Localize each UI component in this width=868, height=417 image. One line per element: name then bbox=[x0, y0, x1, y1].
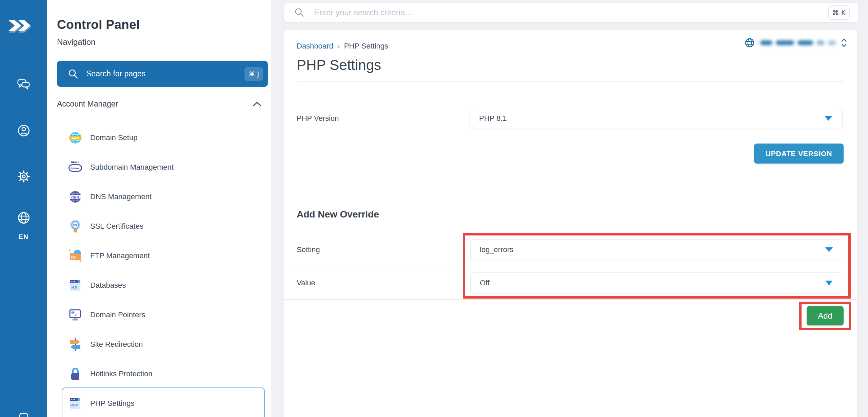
row-divider bbox=[284, 299, 857, 300]
content-card: Dashboard › PHP Settings bbox=[284, 30, 857, 417]
ssl-icon: SSL bbox=[68, 219, 83, 234]
sidebar-item-label: FTP Management bbox=[90, 251, 150, 260]
global-search-input[interactable] bbox=[314, 8, 828, 17]
domain-setup-icon: www bbox=[68, 130, 83, 145]
globe-icon[interactable] bbox=[17, 211, 31, 225]
chat-icon[interactable] bbox=[17, 78, 31, 92]
sidebar-item-label: Domain Pointers bbox=[90, 310, 145, 319]
sidebar-item-dns-management[interactable]: DNS DNS Management bbox=[47, 182, 271, 211]
sidebar-item-domain-pointers[interactable]: Domain Pointers bbox=[47, 300, 271, 329]
chevron-down-icon bbox=[825, 247, 833, 252]
sidebar-item-label: Hotlinks Protection bbox=[90, 369, 152, 378]
sidebar-item-subdomain-management[interactable]: //www. Subdomain Management bbox=[47, 152, 271, 182]
setting-dropdown[interactable]: log_errors bbox=[470, 239, 843, 260]
shortcut-badge-j: ⌘ J bbox=[244, 67, 263, 81]
breadcrumb-current: PHP Settings bbox=[344, 42, 388, 51]
directadmin-logo[interactable] bbox=[6, 14, 40, 38]
sidebar-item-ftp-management[interactable]: FTP FTP Management bbox=[47, 241, 271, 270]
sidebar-item-label: DNS Management bbox=[90, 192, 152, 201]
sidebar-item-label: Site Redirection bbox=[90, 340, 143, 349]
sidebar-item-label: SSL Certificates bbox=[90, 222, 143, 231]
globe-icon bbox=[745, 38, 755, 48]
global-search-bar: ⌘ K bbox=[284, 3, 859, 22]
section-account-manager[interactable]: Account Manager bbox=[57, 99, 261, 109]
sidebar-item-ssl-certificates[interactable]: SSL SSL Certificates bbox=[47, 211, 271, 241]
svg-text:www: www bbox=[71, 136, 79, 139]
sidebar: Control Panel Navigation Search for page… bbox=[47, 0, 271, 417]
override-heading: Add New Override bbox=[297, 209, 379, 220]
php-version-dropdown[interactable]: PHP 8.1 bbox=[470, 108, 843, 129]
control-panel-app: EN Control Panel Navigation Search for p… bbox=[0, 0, 868, 417]
dns-icon: DNS bbox=[68, 189, 83, 204]
title-divider bbox=[297, 81, 845, 82]
search-icon bbox=[68, 69, 79, 79]
svg-text:SSL: SSL bbox=[73, 224, 78, 227]
breadcrumb: Dashboard › PHP Settings bbox=[297, 41, 388, 51]
php-settings-icon: PHP bbox=[68, 396, 83, 411]
sidebar-subtitle: Navigation bbox=[57, 37, 95, 47]
svg-text:PHP: PHP bbox=[71, 403, 78, 407]
row-divider bbox=[284, 265, 463, 265]
setting-label: Setting bbox=[297, 245, 320, 254]
sidebar-item-label: Domain Setup bbox=[90, 133, 137, 142]
svg-text:FTP: FTP bbox=[71, 255, 76, 259]
sidebar-search-button[interactable]: Search for pages ⌘ J bbox=[57, 61, 268, 87]
redacted-account-name bbox=[760, 40, 836, 45]
hotlinks-icon bbox=[68, 366, 83, 381]
search-icon bbox=[294, 7, 304, 18]
value-dropdown[interactable]: Off bbox=[470, 272, 843, 293]
sidebar-search-label: Search for pages bbox=[86, 69, 244, 78]
section-label: Account Manager bbox=[57, 99, 118, 109]
php-version-value: PHP 8.1 bbox=[479, 114, 825, 123]
subdomain-icon: //www. bbox=[68, 160, 83, 175]
add-button[interactable]: Add bbox=[807, 306, 844, 325]
php-version-label: PHP Version bbox=[297, 114, 339, 123]
sidebar-nav-list: www Domain Setup //www. Subdomain Manage… bbox=[47, 123, 271, 417]
sidebar-item-hotlinks-protection[interactable]: Hotlinks Protection bbox=[47, 359, 271, 388]
bottom-rail-icon[interactable] bbox=[19, 413, 28, 417]
chevron-down-icon bbox=[825, 116, 832, 121]
left-rail: EN bbox=[0, 0, 47, 417]
svg-text:SQL: SQL bbox=[71, 285, 78, 289]
domain-pointers-icon bbox=[68, 307, 83, 322]
sidebar-item-label: Subdomain Management bbox=[90, 163, 174, 172]
sidebar-item-databases[interactable]: SQL Databases bbox=[47, 270, 271, 300]
chevron-down-icon bbox=[825, 281, 833, 285]
select-chevrons-icon bbox=[841, 37, 847, 48]
sidebar-item-label: PHP Settings bbox=[90, 399, 134, 408]
main-area: ⌘ K Dashboard › PHP Settings bbox=[271, 0, 868, 417]
sidebar-item-label: Databases bbox=[90, 281, 126, 290]
update-version-button[interactable]: UPDATE VERSION bbox=[754, 144, 844, 164]
page-title: PHP Settings bbox=[297, 57, 381, 73]
account-switcher[interactable] bbox=[745, 37, 847, 48]
sidebar-item-site-redirection[interactable]: Site Redirection bbox=[47, 329, 271, 359]
user-icon[interactable] bbox=[17, 124, 31, 137]
sidebar-title: Control Panel bbox=[57, 18, 140, 32]
breadcrumb-dashboard-link[interactable]: Dashboard bbox=[297, 42, 333, 51]
value-value: Off bbox=[480, 279, 825, 287]
ftp-icon: FTP bbox=[68, 248, 83, 263]
sidebar-item-domain-setup[interactable]: www Domain Setup bbox=[47, 123, 271, 152]
chevron-up-icon bbox=[253, 101, 261, 107]
databases-icon: SQL bbox=[68, 278, 83, 293]
svg-text://www.: //www. bbox=[71, 166, 80, 170]
setting-value: log_errors bbox=[480, 245, 825, 254]
sidebar-item-php-settings[interactable]: PHP PHP Settings bbox=[47, 388, 271, 417]
gear-icon[interactable] bbox=[17, 170, 31, 183]
svg-text:DNS: DNS bbox=[71, 195, 79, 198]
site-redirection-icon bbox=[68, 337, 83, 352]
shortcut-badge-k: ⌘ K bbox=[828, 5, 850, 20]
value-label: Value bbox=[297, 279, 315, 287]
breadcrumb-separator: › bbox=[337, 41, 340, 51]
language-label[interactable]: EN bbox=[0, 233, 47, 241]
